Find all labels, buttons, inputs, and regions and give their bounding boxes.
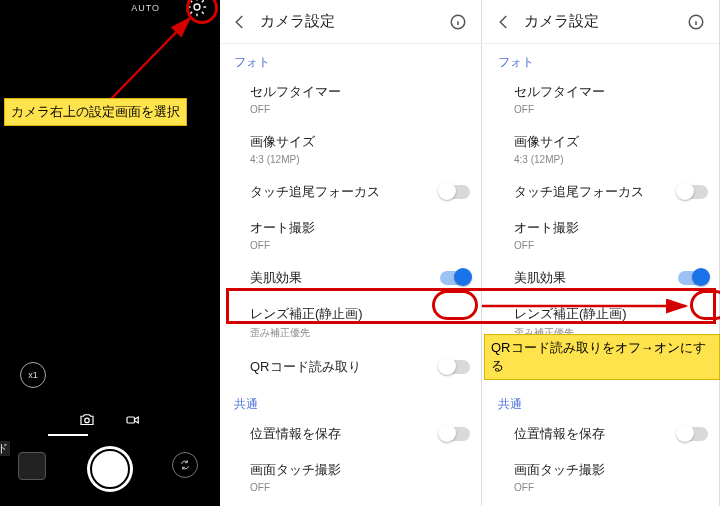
camera-settings-button[interactable] (186, 0, 216, 26)
row-lens-correction[interactable]: レンズ補正(静止画) 歪み補正優先 (220, 297, 482, 350)
toggle-qr-before[interactable] (440, 360, 470, 374)
row-beauty[interactable]: 美肌効果 (484, 261, 720, 297)
arrow-left-icon (495, 13, 513, 31)
settings-header: カメラ設定 (220, 0, 482, 44)
sublabel: OFF (514, 240, 706, 251)
settings-title: カメラ設定 (260, 12, 444, 31)
arrow-left-icon (231, 13, 249, 31)
camera-top-bar: AUTO (0, 0, 220, 22)
row-image-size[interactable]: 画像サイズ 4:3 (12MP) (220, 125, 482, 175)
row-touch-focus[interactable]: タッチ追尾フォーカス (484, 175, 720, 211)
settings-panel-after: カメラ設定 フォト セルフタイマー OFF 画像サイズ 4:3 (12MP) タ… (484, 0, 720, 506)
camera-mode-auto: AUTO (131, 3, 160, 13)
row-self-timer[interactable]: セルフタイマー OFF (220, 75, 482, 125)
settings-title: カメラ設定 (524, 12, 682, 31)
label: オート撮影 (514, 219, 706, 237)
label: 画面タッチ撮影 (514, 461, 706, 479)
sublabel: OFF (514, 104, 706, 115)
row-touch-capture[interactable]: 画面タッチ撮影 OFF (220, 453, 482, 503)
label: QRコード読み取り (250, 358, 468, 376)
settings-header: カメラ設定 (484, 0, 720, 44)
toggle-beauty[interactable] (678, 271, 708, 285)
row-auto-shoot[interactable]: オート撮影 OFF (484, 211, 720, 261)
active-tab-underline (48, 434, 88, 436)
camera-viewfinder: AUTO x1 ド (0, 0, 220, 506)
photo-tab-icon[interactable] (78, 411, 96, 433)
label: タッチ追尾フォーカス (250, 183, 468, 201)
row-touch-focus[interactable]: タッチ追尾フォーカス (220, 175, 482, 211)
row-geo[interactable]: 位置情報を保存 (484, 417, 720, 453)
row-touch-capture[interactable]: 画面タッチ撮影 OFF (484, 453, 720, 503)
sublabel: OFF (514, 482, 706, 493)
row-beauty[interactable]: 美肌効果 (220, 261, 482, 297)
section-photo-header: フォト (220, 44, 482, 75)
label: レンズ補正(静止画) (250, 305, 468, 323)
label: 画面タッチ撮影 (250, 461, 468, 479)
annotation-callout-top: カメラ右上の設定画面を選択 (4, 98, 187, 126)
sublabel: OFF (250, 240, 468, 251)
video-tab-icon[interactable] (124, 411, 142, 433)
toggle-touch-focus[interactable] (678, 185, 708, 199)
label: セルフタイマー (514, 83, 706, 101)
label: オート撮影 (250, 219, 468, 237)
toggle-beauty[interactable] (440, 271, 470, 285)
zoom-indicator[interactable]: x1 (20, 362, 46, 388)
svg-point-0 (194, 4, 200, 10)
switch-camera-button[interactable] (172, 452, 198, 478)
section-common-header: 共通 (484, 386, 720, 417)
camera-mode-tabs (0, 408, 220, 436)
label: 画像サイズ (514, 133, 706, 151)
back-button[interactable] (490, 8, 518, 36)
label: 位置情報を保存 (250, 425, 468, 443)
svg-rect-2 (127, 417, 135, 423)
annotation-callout-bottom: QRコード読み取りをオフ→オンにする (484, 334, 720, 380)
info-button[interactable] (682, 8, 710, 36)
label: 画像サイズ (250, 133, 468, 151)
back-button[interactable] (226, 8, 254, 36)
gear-icon (186, 0, 208, 18)
toggle-geo[interactable] (440, 427, 470, 441)
switch-camera-icon (178, 458, 192, 472)
sublabel: OFF (250, 482, 468, 493)
shutter-button[interactable] (87, 446, 133, 492)
info-icon (449, 13, 467, 31)
sublabel: 歪み補正優先 (250, 326, 468, 340)
section-photo-header: フォト (484, 44, 720, 75)
left-edge-mode-char: ド (0, 441, 10, 456)
label: セルフタイマー (250, 83, 468, 101)
label: 美肌効果 (250, 269, 468, 287)
shutter-row (0, 440, 220, 498)
info-icon (687, 13, 705, 31)
sublabel: 4:3 (12MP) (250, 154, 468, 165)
toggle-touch-focus[interactable] (440, 185, 470, 199)
svg-point-1 (85, 418, 90, 423)
row-auto-shoot[interactable]: オート撮影 OFF (220, 211, 482, 261)
sublabel: OFF (250, 104, 468, 115)
label: レンズ補正(静止画) (514, 305, 706, 323)
row-self-timer[interactable]: セルフタイマー OFF (484, 75, 720, 125)
sublabel: 4:3 (12MP) (514, 154, 706, 165)
row-qr-read[interactable]: QRコード読み取り (220, 350, 482, 386)
row-geo[interactable]: 位置情報を保存 (220, 417, 482, 453)
toggle-geo[interactable] (678, 427, 708, 441)
row-image-size[interactable]: 画像サイズ 4:3 (12MP) (484, 125, 720, 175)
info-button[interactable] (444, 8, 472, 36)
gallery-thumbnail[interactable] (18, 452, 46, 480)
section-common-header: 共通 (220, 386, 482, 417)
settings-panel-before: カメラ設定 フォト セルフタイマー OFF 画像サイズ 4:3 (12MP) タ… (220, 0, 482, 506)
